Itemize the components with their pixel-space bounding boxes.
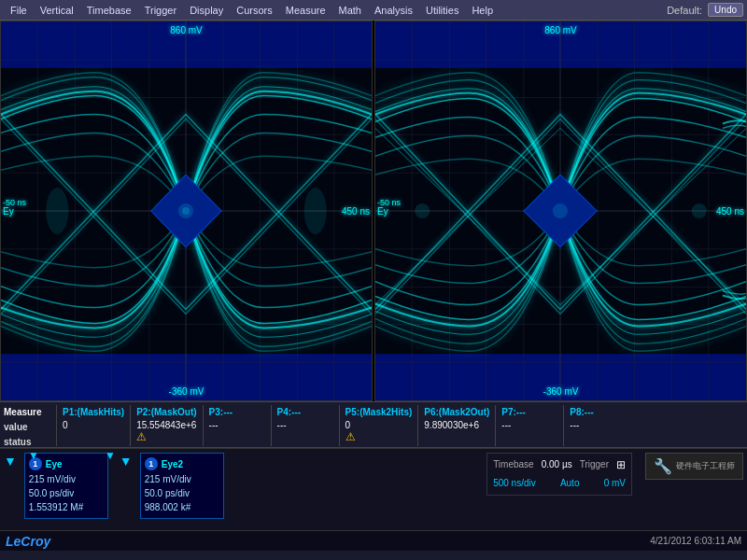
default-label: Default: [667,5,702,16]
tb-label: Timebase [493,457,534,472]
menu-vertical[interactable]: Vertical [34,3,80,18]
menu-file[interactable]: File [4,3,34,18]
ch1-ps-div: 50.0 ps/div [29,486,104,500]
measure-p3-col: P3:--- --- [209,405,265,430]
scope2-label-right: 450 ns [716,206,744,217]
measure-p4-value: --- [277,420,333,430]
svg-point-25 [304,188,327,234]
scope1-label-bottom: -360 mV [169,386,204,397]
measure-p2-status: ⚠ [136,430,196,443]
ch1-arrow: ▼ [4,455,17,468]
menu-analysis[interactable]: Analysis [368,3,419,18]
lecroy-logo: LeCroy [6,534,50,549]
trigger-icon: ⊞ [616,457,626,472]
scope-panel-1[interactable]: 860 mV -360 mV Ey -50 ns 450 ns [0,21,373,401]
ch2-mv-div: 215 mV/div [145,472,219,486]
trigger-label: Trigger [580,457,609,472]
scope1-label-top: 860 mV [170,25,202,35]
measure-p6-value: 9.890030e+6 [424,420,489,430]
trigger-mode: Auto [560,476,580,491]
tb-rate: 500 ns/div [493,476,536,491]
menu-cursors[interactable]: Cursors [230,3,279,18]
svg-point-24 [46,188,68,234]
measure-p1-value: 0 [63,420,124,430]
channel-1-box[interactable]: 1 Eye 215 mV/div 50.0 ps/div 1.553912 M# [24,453,108,519]
scope-waveform-1 [1,21,372,400]
measure-p1-col: P1:(MaskHits) 0 [63,405,124,430]
ch1-samples: 1.553912 M# [29,500,104,514]
scope-waveform-2 [375,21,746,400]
menu-bar: File Vertical Timebase Trigger Display C… [0,0,747,21]
scope2-label-left: Ey [377,206,388,217]
channel-2-box[interactable]: 1 Eye2 215 mV/div 50.0 ps/div 988.002 k# [140,453,224,519]
menu-measure[interactable]: Measure [279,3,332,18]
measure-p6-col: P6:(Mask2Out) 9.890030e+6 [424,405,489,430]
scope-panel-2[interactable]: 860 mV -360 mV Ey -50 ns 450 ns [374,21,747,401]
ch1-mv-div: 215 mV/div [29,472,104,486]
svg-point-48 [553,203,568,218]
measure-p7-value: --- [501,420,557,430]
undo-button[interactable]: Undo [708,3,743,17]
timebase-box: Timebase 0.00 µs Trigger ⊞ 500 ns/div Au… [486,453,632,496]
watermark-box: 🔧 硬件电子工程师 [645,453,743,480]
menu-timebase[interactable]: Timebase [80,3,138,18]
tb-value: 0.00 µs [542,457,572,472]
svg-point-49 [415,203,430,218]
measure-p2-col: P2:(MaskOut) 15.554843e+6 ⚠ [136,405,196,443]
measure-p3-value: --- [209,420,265,430]
watermark-text: 硬件电子工程师 [676,460,735,472]
measure-p5-col: P5:(Mask2Hits) 0 ⚠ [345,405,413,443]
measure-value-label: value [4,420,50,435]
measure-col-header: Measure [4,405,50,420]
ch2-ps-div: 50.0 ps/div [145,486,219,500]
menu-utilities[interactable]: Utilities [419,3,465,18]
measure-p7-col: P7:--- --- [501,405,557,430]
svg-point-50 [692,203,707,218]
menu-display[interactable]: Display [183,3,230,18]
measure-p4-col: P4:--- --- [277,405,333,430]
measure-header-col: Measure value status [4,405,50,450]
menu-help[interactable]: Help [465,3,500,18]
measure-p5-value: 0 [345,420,413,430]
measure-p2-value: 15.554843e+6 [136,420,196,430]
measure-status-label: status [4,435,50,450]
ch2-samples: 988.002 k# [145,500,219,514]
scope-area: 860 mV -360 mV Ey -50 ns 450 ns [0,21,747,401]
scope1-label-left: Ey [3,206,14,217]
measurements-bar: Measure value status P1:(MaskHits) 0 P2:… [0,401,747,448]
measure-p8-value: --- [570,420,626,430]
measure-p5-status: ⚠ [345,430,413,443]
scope1-label-time: -50 ns [3,198,26,207]
scope2-label-bottom: -360 mV [543,386,579,397]
trigger-level: 0 mV [604,476,626,491]
status-bar: LeCroy 4/21/2012 6:03:11 AM [0,530,747,551]
measure-p8-col: P8:--- --- [570,405,626,430]
menu-trigger[interactable]: Trigger [138,3,183,18]
scope1-label-right: 450 ns [342,206,370,217]
menu-math[interactable]: Math [332,3,368,18]
timestamp: 4/21/2012 6:03:11 AM [650,536,741,546]
scope2-label-time: -50 ns [377,198,401,207]
svg-point-23 [182,207,190,215]
scope2-label-top: 860 mV [544,25,576,35]
